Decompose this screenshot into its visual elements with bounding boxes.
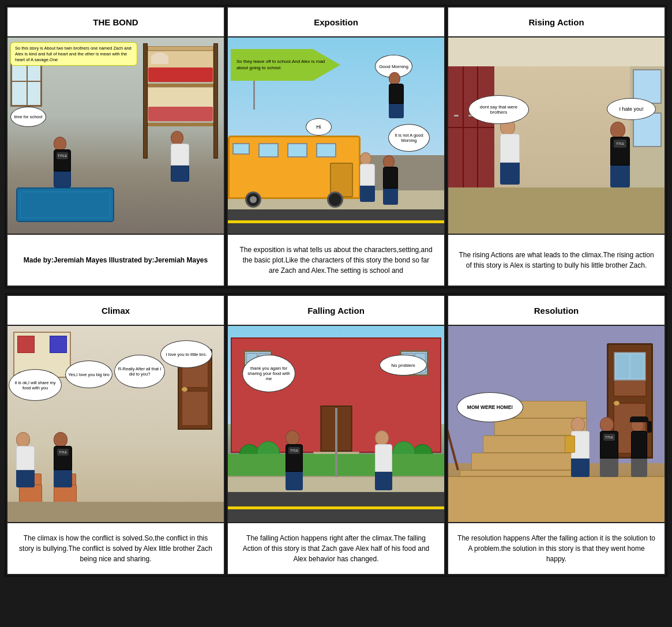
char-alex-falling: TITLE [286,430,303,490]
panel-header-falling-action: Falling Action [228,296,444,326]
char-zach-climax [16,432,35,487]
bubble-yes-i-love: Yes,I love you big bro [65,361,112,388]
char-mom-resolution [631,418,647,477]
scene-bedroom: TITLE So this story is About two twin br… [7,37,224,234]
caption-the-bond: Made by:Jeremiah Mayes Illustrated by:Je… [7,234,224,286]
bubble-dont-say: dont say that were brothers [468,95,529,124]
row-1: THE BOND [5,5,667,288]
bubble-thank-you: thank you again for sharing your food wi… [242,355,295,392]
panel-the-bond: THE BOND [6,6,225,287]
scene-hallway: TITLE dont say that were brothers I hate… [448,37,665,234]
rug [16,187,114,222]
panel-resolution: Resolution [447,295,666,575]
char-zach-falling [375,430,392,490]
char-walking-white [360,152,375,202]
bubble-i-love-you-too: I love you to little bro. [160,340,212,368]
panel-header-rising-action: Rising Action [448,7,665,37]
caption-climax: The climax is how the conflict is solved… [7,522,224,574]
row-2: Climax [5,293,667,577]
bubble-not-good-morning: It is not A good Morning [388,124,430,152]
bubble-story-text: So this story is About two twin brothers… [10,42,137,66]
char-alex-resolution: TITLE [600,417,618,477]
scene-climax: TITLE it is ok,I will share my food with… [7,326,224,522]
char-zach: TITLE [54,137,71,187]
panel-falling-action: Falling Action [227,295,445,575]
scene-busstop: time forschool So they leave off to scho… [228,37,444,234]
bubble-time-for-school: time for school [10,107,46,127]
panel-header-resolution: Resolution [448,296,665,326]
bubble-its-ok: it is ok,I will share my food with you [9,369,62,401]
panel-header-the-bond: THE BOND [7,7,224,37]
storyboard: THE BOND [5,5,667,577]
char-zach-hallway [500,119,520,185]
char-bus-person [389,72,404,118]
panel-rising-action: Rising Action [447,6,666,287]
scene-school-outside: TITLE thank you again for sharing your f… [228,326,444,522]
caption-exposition: The exposition is what tells us about th… [228,234,444,286]
panel-header-exposition: Exposition [228,7,444,37]
bubble-no-problem: No problem [380,355,427,376]
panel-exposition: Exposition [227,6,445,287]
char-walking-dark [383,155,398,205]
panel-header-climax: Climax [7,296,224,326]
school-bus [228,124,361,211]
bubble-mom-were-home: MOM WERE HOME! [457,392,523,422]
caption-resolution: The resolution happens After the falling… [448,522,665,574]
lockers [448,66,494,187]
scene-home: TITLE [448,326,665,522]
backpack [565,435,575,453]
bubble-hi: Hi [306,118,332,136]
flag-pole [335,408,337,477]
bubble-i-hate-you: I hate you! [607,98,656,120]
char-alex-hallway: TITLE [610,122,630,187]
panel-climax: Climax [6,295,225,575]
bubble-r-really: R-Really After all that I did to you? [114,355,165,388]
char-alex-climax: TITLE [54,432,72,487]
caption-falling-action: The falling Action happens right after t… [228,522,444,574]
char-alex [171,131,189,182]
caption-rising-action: The rising Actions are what leads to the… [448,234,665,286]
